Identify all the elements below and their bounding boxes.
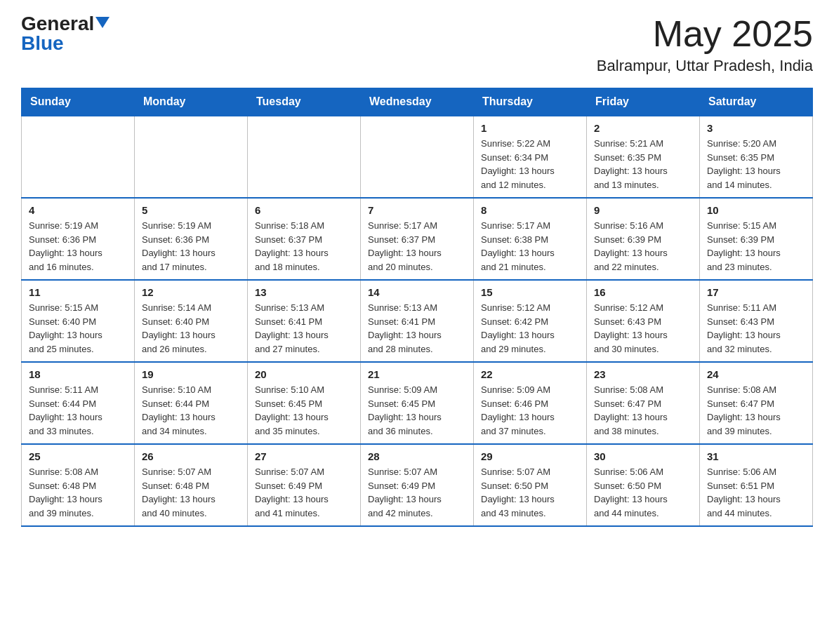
calendar-cell: 19Sunrise: 5:10 AM Sunset: 6:44 PM Dayli… [135,362,248,444]
calendar-cell: 29Sunrise: 5:07 AM Sunset: 6:50 PM Dayli… [474,444,587,526]
calendar-cell: 14Sunrise: 5:13 AM Sunset: 6:41 PM Dayli… [361,280,474,362]
day-number: 1 [481,122,579,134]
calendar-cell: 30Sunrise: 5:06 AM Sunset: 6:50 PM Dayli… [587,444,700,526]
day-info: Sunrise: 5:09 AM Sunset: 6:45 PM Dayligh… [368,383,466,438]
day-info: Sunrise: 5:11 AM Sunset: 6:43 PM Dayligh… [707,301,805,356]
day-info: Sunrise: 5:15 AM Sunset: 6:40 PM Dayligh… [29,301,127,356]
day-number: 9 [594,204,692,216]
day-info: Sunrise: 5:07 AM Sunset: 6:49 PM Dayligh… [368,465,466,520]
calendar-cell: 11Sunrise: 5:15 AM Sunset: 6:40 PM Dayli… [22,280,135,362]
day-number: 18 [29,368,127,380]
calendar-cell: 4Sunrise: 5:19 AM Sunset: 6:36 PM Daylig… [22,198,135,280]
calendar-cell: 22Sunrise: 5:09 AM Sunset: 6:46 PM Dayli… [474,362,587,444]
calendar-cell: 7Sunrise: 5:17 AM Sunset: 6:37 PM Daylig… [361,198,474,280]
day-info: Sunrise: 5:19 AM Sunset: 6:36 PM Dayligh… [142,219,240,274]
day-info: Sunrise: 5:06 AM Sunset: 6:51 PM Dayligh… [707,465,805,520]
location-subtitle: Balrampur, Uttar Pradesh, India [597,57,813,75]
calendar-cell: 15Sunrise: 5:12 AM Sunset: 6:42 PM Dayli… [474,280,587,362]
day-number: 13 [255,286,353,298]
day-number: 12 [142,286,240,298]
calendar-cell: 16Sunrise: 5:12 AM Sunset: 6:43 PM Dayli… [587,280,700,362]
day-info: Sunrise: 5:18 AM Sunset: 6:37 PM Dayligh… [255,219,353,274]
calendar-header-sunday: Sunday [22,88,135,116]
day-number: 6 [255,204,353,216]
calendar-cell: 13Sunrise: 5:13 AM Sunset: 6:41 PM Dayli… [248,280,361,362]
day-info: Sunrise: 5:08 AM Sunset: 6:47 PM Dayligh… [594,383,692,438]
calendar-cell: 3Sunrise: 5:20 AM Sunset: 6:35 PM Daylig… [700,116,813,198]
logo-general-text: General [21,14,94,34]
calendar-cell: 9Sunrise: 5:16 AM Sunset: 6:39 PM Daylig… [587,198,700,280]
day-info: Sunrise: 5:13 AM Sunset: 6:41 PM Dayligh… [368,301,466,356]
calendar-header-tuesday: Tuesday [248,88,361,116]
day-number: 7 [368,204,466,216]
month-year-title: May 2025 [597,14,813,54]
day-number: 3 [707,122,805,134]
calendar-week-row-1: 1Sunrise: 5:22 AM Sunset: 6:34 PM Daylig… [22,116,813,198]
calendar-header-wednesday: Wednesday [361,88,474,116]
day-info: Sunrise: 5:13 AM Sunset: 6:41 PM Dayligh… [255,301,353,356]
calendar-table: SundayMondayTuesdayWednesdayThursdayFrid… [21,88,813,527]
calendar-header-thursday: Thursday [474,88,587,116]
day-number: 26 [142,450,240,462]
calendar-cell: 24Sunrise: 5:08 AM Sunset: 6:47 PM Dayli… [700,362,813,444]
day-number: 23 [594,368,692,380]
calendar-cell [361,116,474,198]
calendar-cell [22,116,135,198]
day-info: Sunrise: 5:20 AM Sunset: 6:35 PM Dayligh… [707,137,805,192]
calendar-cell: 31Sunrise: 5:06 AM Sunset: 6:51 PM Dayli… [700,444,813,526]
day-number: 14 [368,286,466,298]
day-info: Sunrise: 5:12 AM Sunset: 6:42 PM Dayligh… [481,301,579,356]
day-info: Sunrise: 5:17 AM Sunset: 6:38 PM Dayligh… [481,219,579,274]
day-number: 15 [481,286,579,298]
calendar-cell: 6Sunrise: 5:18 AM Sunset: 6:37 PM Daylig… [248,198,361,280]
calendar-cell [248,116,361,198]
calendar-cell: 12Sunrise: 5:14 AM Sunset: 6:40 PM Dayli… [135,280,248,362]
day-info: Sunrise: 5:06 AM Sunset: 6:50 PM Dayligh… [594,465,692,520]
day-info: Sunrise: 5:10 AM Sunset: 6:45 PM Dayligh… [255,383,353,438]
calendar-cell: 18Sunrise: 5:11 AM Sunset: 6:44 PM Dayli… [22,362,135,444]
calendar-cell: 8Sunrise: 5:17 AM Sunset: 6:38 PM Daylig… [474,198,587,280]
day-info: Sunrise: 5:15 AM Sunset: 6:39 PM Dayligh… [707,219,805,274]
calendar-cell: 23Sunrise: 5:08 AM Sunset: 6:47 PM Dayli… [587,362,700,444]
day-info: Sunrise: 5:07 AM Sunset: 6:48 PM Dayligh… [142,465,240,520]
calendar-cell: 1Sunrise: 5:22 AM Sunset: 6:34 PM Daylig… [474,116,587,198]
calendar-header-saturday: Saturday [700,88,813,116]
day-number: 27 [255,450,353,462]
day-number: 16 [594,286,692,298]
calendar-header-row: SundayMondayTuesdayWednesdayThursdayFrid… [22,88,813,116]
day-number: 17 [707,286,805,298]
day-number: 31 [707,450,805,462]
calendar-cell: 25Sunrise: 5:08 AM Sunset: 6:48 PM Dayli… [22,444,135,526]
day-info: Sunrise: 5:10 AM Sunset: 6:44 PM Dayligh… [142,383,240,438]
day-number: 30 [594,450,692,462]
calendar-cell: 5Sunrise: 5:19 AM Sunset: 6:36 PM Daylig… [135,198,248,280]
day-number: 24 [707,368,805,380]
day-number: 11 [29,286,127,298]
day-number: 22 [481,368,579,380]
logo-triangle-icon [95,17,110,28]
calendar-cell: 17Sunrise: 5:11 AM Sunset: 6:43 PM Dayli… [700,280,813,362]
calendar-week-row-5: 25Sunrise: 5:08 AM Sunset: 6:48 PM Dayli… [22,444,813,526]
calendar-header-friday: Friday [587,88,700,116]
day-info: Sunrise: 5:14 AM Sunset: 6:40 PM Dayligh… [142,301,240,356]
day-info: Sunrise: 5:21 AM Sunset: 6:35 PM Dayligh… [594,137,692,192]
day-number: 5 [142,204,240,216]
day-number: 10 [707,204,805,216]
day-info: Sunrise: 5:07 AM Sunset: 6:50 PM Dayligh… [481,465,579,520]
calendar-cell: 20Sunrise: 5:10 AM Sunset: 6:45 PM Dayli… [248,362,361,444]
day-number: 25 [29,450,127,462]
day-info: Sunrise: 5:17 AM Sunset: 6:37 PM Dayligh… [368,219,466,274]
day-info: Sunrise: 5:12 AM Sunset: 6:43 PM Dayligh… [594,301,692,356]
calendar-cell: 28Sunrise: 5:07 AM Sunset: 6:49 PM Dayli… [361,444,474,526]
day-info: Sunrise: 5:16 AM Sunset: 6:39 PM Dayligh… [594,219,692,274]
day-info: Sunrise: 5:08 AM Sunset: 6:48 PM Dayligh… [29,465,127,520]
calendar-header-monday: Monday [135,88,248,116]
day-info: Sunrise: 5:09 AM Sunset: 6:46 PM Dayligh… [481,383,579,438]
logo-blue-text: Blue [21,34,64,53]
day-number: 29 [481,450,579,462]
calendar-week-row-4: 18Sunrise: 5:11 AM Sunset: 6:44 PM Dayli… [22,362,813,444]
calendar-cell: 27Sunrise: 5:07 AM Sunset: 6:49 PM Dayli… [248,444,361,526]
day-info: Sunrise: 5:22 AM Sunset: 6:34 PM Dayligh… [481,137,579,192]
logo: General Blue [21,14,110,53]
day-number: 4 [29,204,127,216]
